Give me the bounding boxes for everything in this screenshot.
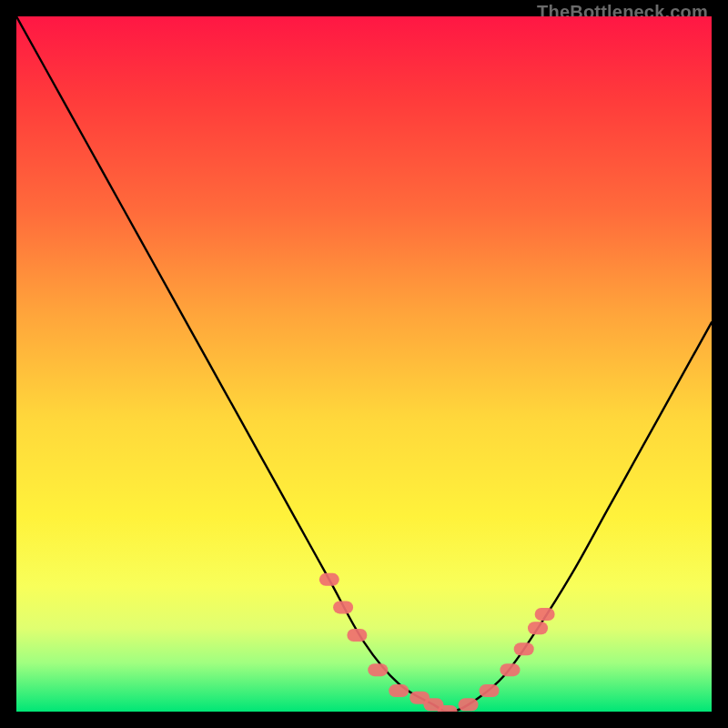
svg-rect-3: [368, 663, 388, 676]
svg-rect-13: [535, 608, 555, 621]
chart-container: TheBottleneck.com: [0, 0, 728, 728]
svg-rect-12: [528, 622, 548, 634]
curve-svg: [16, 16, 712, 712]
svg-rect-11: [514, 642, 534, 655]
svg-rect-2: [347, 629, 367, 642]
svg-rect-9: [480, 684, 500, 697]
plot-area: [16, 16, 712, 712]
svg-rect-4: [389, 684, 409, 697]
svg-rect-8: [459, 698, 479, 711]
svg-rect-10: [500, 663, 520, 676]
svg-rect-0: [319, 573, 339, 586]
marker-dots: [319, 573, 555, 712]
svg-rect-1: [333, 601, 353, 613]
curve-line: [16, 16, 712, 712]
